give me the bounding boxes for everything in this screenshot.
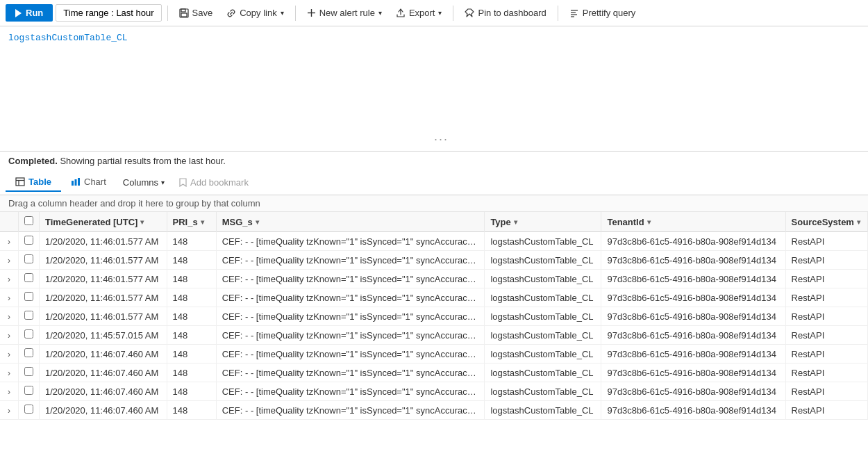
row-expand-8[interactable]: ›	[0, 382, 19, 401]
row-source-8: RestAPI	[785, 382, 867, 401]
columns-button[interactable]: Columns ▾	[116, 174, 172, 191]
select-all-checkbox[interactable]	[24, 216, 33, 225]
resize-handle[interactable]: ···	[434, 132, 449, 147]
type-filter-icon[interactable]: ▾	[514, 218, 517, 226]
columns-label: Columns	[123, 177, 158, 188]
query-editor[interactable]: logstashCustomTable_CL ···	[0, 26, 868, 152]
row-expand-6[interactable]: ›	[0, 345, 19, 364]
row-checkbox-6[interactable]	[24, 348, 33, 357]
save-button[interactable]: Save	[174, 5, 219, 21]
row-pri-9: 148	[167, 401, 216, 420]
plus-icon	[307, 8, 316, 17]
data-table-wrapper[interactable]: TimeGenerated [UTC] ▾ PRI_s ▾ MSG_s ▾	[0, 212, 868, 437]
th-pri[interactable]: PRI_s ▾	[167, 212, 216, 232]
row-pri-5: 148	[167, 326, 216, 345]
row-checkbox-7[interactable]	[24, 367, 33, 376]
row-check-8[interactable]	[19, 382, 40, 401]
th-type[interactable]: Type ▾	[485, 212, 601, 232]
row-time-2: 1/20/2020, 11:46:01.577 AM	[40, 270, 167, 288]
th-check	[19, 212, 40, 232]
source-filter-icon[interactable]: ▾	[857, 218, 860, 226]
expand-btn-4[interactable]: ›	[6, 312, 12, 322]
row-check-2[interactable]	[19, 270, 40, 288]
table-row: › 1/20/2020, 11:46:01.577 AM 148 CEF: - …	[0, 270, 868, 288]
row-check-5[interactable]	[19, 326, 40, 345]
add-bookmark-button[interactable]: Add bookmark	[172, 174, 256, 191]
expand-btn-8[interactable]: ›	[6, 387, 12, 397]
new-alert-chevron: ▾	[378, 9, 382, 17]
result-tabs: Table Chart Columns ▾ Add bookmark	[0, 170, 868, 195]
expand-btn-6[interactable]: ›	[6, 350, 12, 359]
row-checkbox-5[interactable]	[24, 329, 33, 338]
row-source-7: RestAPI	[785, 364, 867, 382]
expand-btn-1[interactable]: ›	[6, 256, 12, 266]
th-expand	[0, 212, 19, 232]
row-pri-3: 148	[167, 288, 216, 307]
row-time-8: 1/20/2020, 11:46:07.460 AM	[40, 382, 167, 401]
row-checkbox-0[interactable]	[24, 236, 33, 245]
tenant-filter-icon[interactable]: ▾	[647, 218, 651, 226]
row-expand-1[interactable]: ›	[0, 251, 19, 270]
toolbar: Run Time range : Last hour Save Copy lin…	[0, 0, 868, 26]
row-check-6[interactable]	[19, 345, 40, 364]
table-row: › 1/20/2020, 11:46:07.460 AM 148 CEF: - …	[0, 401, 868, 420]
expand-btn-5[interactable]: ›	[6, 331, 12, 341]
row-tenant-6: 97d3c8b6-61c5-4916-b80a-908ef914d134	[601, 345, 785, 364]
row-checkbox-9[interactable]	[24, 405, 33, 414]
bookmark-icon	[178, 178, 187, 187]
row-checkbox-3[interactable]	[24, 292, 33, 301]
expand-btn-7[interactable]: ›	[6, 368, 12, 378]
row-expand-3[interactable]: ›	[0, 288, 19, 307]
row-expand-2[interactable]: ›	[0, 270, 19, 288]
row-check-0[interactable]	[19, 232, 40, 251]
row-checkbox-2[interactable]	[24, 273, 33, 282]
th-source[interactable]: SourceSystem ▾	[785, 212, 867, 232]
row-check-7[interactable]	[19, 364, 40, 382]
expand-btn-2[interactable]: ›	[6, 275, 12, 284]
expand-btn-3[interactable]: ›	[6, 293, 12, 303]
copy-link-chevron: ▾	[281, 9, 284, 17]
row-expand-0[interactable]: ›	[0, 232, 19, 251]
row-check-3[interactable]	[19, 288, 40, 307]
row-tenant-8: 97d3c8b6-61c5-4916-b80a-908ef914d134	[601, 382, 785, 401]
pin-label: Pin to dashboard	[478, 8, 546, 18]
row-expand-7[interactable]: ›	[0, 364, 19, 382]
row-expand-9[interactable]: ›	[0, 401, 19, 420]
tab-chart[interactable]: Chart	[61, 173, 116, 192]
export-label: Export	[409, 8, 435, 18]
row-source-9: RestAPI	[785, 401, 867, 420]
msg-filter-icon[interactable]: ▾	[256, 218, 259, 226]
row-source-1: RestAPI	[785, 251, 867, 270]
row-check-4[interactable]	[19, 307, 40, 326]
row-time-4: 1/20/2020, 11:46:01.577 AM	[40, 307, 167, 326]
row-check-9[interactable]	[19, 401, 40, 420]
row-type-5: logstashCustomTable_CL	[485, 326, 601, 345]
row-type-4: logstashCustomTable_CL	[485, 307, 601, 326]
run-button[interactable]: Run	[6, 4, 53, 22]
tab-table[interactable]: Table	[6, 173, 61, 192]
pri-filter-icon[interactable]: ▾	[201, 218, 204, 226]
row-check-1[interactable]	[19, 251, 40, 270]
row-checkbox-1[interactable]	[24, 254, 33, 263]
row-checkbox-8[interactable]	[24, 386, 33, 395]
status-completed: Completed.	[8, 156, 58, 166]
th-tenant[interactable]: TenantId ▾	[601, 212, 785, 232]
row-checkbox-4[interactable]	[24, 311, 33, 320]
export-button[interactable]: Export ▾	[390, 5, 448, 21]
time-range-button[interactable]: Time range : Last hour	[56, 4, 161, 22]
th-msg[interactable]: MSG_s ▾	[216, 212, 485, 232]
expand-btn-9[interactable]: ›	[6, 406, 12, 416]
prettify-button[interactable]: Prettify query	[564, 5, 642, 21]
new-alert-button[interactable]: New alert rule ▾	[301, 5, 387, 21]
expand-btn-0[interactable]: ›	[6, 237, 12, 247]
row-tenant-2: 97d3c8b6-61c5-4916-b80a-908ef914d134	[601, 270, 785, 288]
th-time-generated[interactable]: TimeGenerated [UTC] ▾	[40, 212, 167, 232]
time-filter-icon[interactable]: ▾	[140, 218, 144, 226]
row-expand-5[interactable]: ›	[0, 326, 19, 345]
copy-link-button[interactable]: Copy link ▾	[221, 5, 289, 21]
row-pri-1: 148	[167, 251, 216, 270]
row-expand-4[interactable]: ›	[0, 307, 19, 326]
th-type-label: Type	[490, 217, 510, 227]
pin-button[interactable]: Pin to dashboard	[459, 5, 551, 21]
table-row: › 1/20/2020, 11:46:01.577 AM 148 CEF: - …	[0, 232, 868, 251]
